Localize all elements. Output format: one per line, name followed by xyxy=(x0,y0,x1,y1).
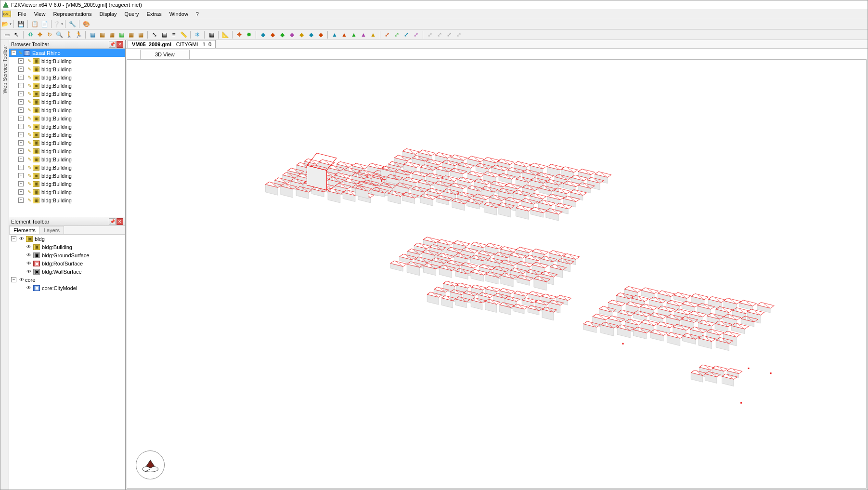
expand-icon[interactable]: + xyxy=(18,99,24,105)
tree-item-building[interactable]: +✎▣bldg:Building xyxy=(9,90,125,98)
measure-icon[interactable]: 📐 xyxy=(221,30,230,39)
collapse-icon[interactable]: − xyxy=(11,50,16,55)
nav-3-icon[interactable]: ◆ xyxy=(278,30,286,39)
box-b-icon[interactable]: ▦ xyxy=(98,30,106,39)
close-icon[interactable]: ✕ xyxy=(117,41,123,48)
document-tab[interactable]: VM05_2009.gml - CITYGML_1_0 xyxy=(128,40,216,48)
collapse-icon[interactable]: − xyxy=(11,277,16,282)
walk-icon[interactable]: 🚶 xyxy=(65,30,73,39)
menu-file[interactable]: File xyxy=(14,10,30,18)
expand-icon[interactable]: + xyxy=(18,124,24,129)
open-icon[interactable]: 📂▼ xyxy=(2,20,11,28)
box-d-icon[interactable]: ▦ xyxy=(117,30,126,39)
visibility-icon[interactable]: 👁 xyxy=(26,244,31,250)
paste-icon[interactable]: 📄 xyxy=(40,20,49,28)
visibility-icon[interactable]: 👁 xyxy=(26,252,31,258)
recycle-icon[interactable]: ♻ xyxy=(26,30,35,39)
tree-root[interactable]: −✎▥Essai Rhino xyxy=(9,49,125,57)
gray-3-icon[interactable]: ⤢ xyxy=(445,30,453,39)
zoom-icon[interactable]: 🔍 xyxy=(55,30,64,39)
element-tree[interactable]: −👁▣bldg👁▣bldg:Building👁▣bldg:GroundSurfa… xyxy=(9,235,125,490)
arrow-icon[interactable]: ↖ xyxy=(12,30,21,39)
menu-display[interactable]: Display xyxy=(96,10,121,18)
tree-item-building[interactable]: +✎▣bldg:Building xyxy=(9,122,125,131)
expand-icon[interactable]: + xyxy=(18,181,24,186)
web-service-toolbar-strip[interactable]: Web Service Toolbar xyxy=(0,40,9,490)
expand-icon[interactable]: + xyxy=(18,83,24,88)
up-1-icon[interactable]: ▲ xyxy=(330,30,339,39)
expand-icon[interactable]: + xyxy=(18,140,24,146)
exp-3-icon[interactable]: ⤢ xyxy=(402,30,411,39)
expand-icon[interactable]: + xyxy=(18,189,24,195)
tree-item-building[interactable]: +✎▣bldg:Building xyxy=(9,57,125,65)
element-tree-item[interactable]: 👁▣core:CityModel xyxy=(9,284,125,292)
element-tree-item[interactable]: 👁▣bldg:RoofSurface xyxy=(9,259,125,267)
gray-2-icon[interactable]: ⤢ xyxy=(435,30,444,39)
gray-1-icon[interactable]: ⤢ xyxy=(426,30,434,39)
cursor-frame-icon[interactable]: ▭ xyxy=(2,30,11,39)
visibility-icon[interactable]: 👁 xyxy=(19,277,24,282)
visibility-icon[interactable]: 👁 xyxy=(26,261,31,266)
grid-icon[interactable]: ▤ xyxy=(160,30,168,39)
ruler-icon[interactable]: 📏 xyxy=(179,30,188,39)
close-icon[interactable]: ✕ xyxy=(117,218,123,225)
save-icon[interactable]: 💾 xyxy=(16,20,25,28)
menu-representations[interactable]: Representations xyxy=(49,10,95,18)
wrench-icon[interactable]: 🔧 xyxy=(68,20,77,28)
expand-icon[interactable]: + xyxy=(18,91,24,96)
tab-elements[interactable]: Elements xyxy=(9,226,40,234)
box-c-icon[interactable]: ▦ xyxy=(107,30,116,39)
tree-item-building[interactable]: +✎▣bldg:Building xyxy=(9,98,125,106)
list-icon[interactable]: ≡ xyxy=(169,30,178,39)
copy-icon[interactable]: 📋 xyxy=(30,20,39,28)
tree-item-building[interactable]: +✎▣bldg:Building xyxy=(9,114,125,122)
element-tree-item[interactable]: 👁▣bldg:WallSurface xyxy=(9,267,125,276)
pan-icon[interactable]: ✥ xyxy=(36,30,44,39)
tree-item-building[interactable]: +✎▣bldg:Building xyxy=(9,188,125,196)
collapse-icon[interactable]: − xyxy=(11,236,16,241)
box-f-icon[interactable]: ▦ xyxy=(136,30,145,39)
box-e-icon[interactable]: ▦ xyxy=(127,30,135,39)
menu-extras[interactable]: Extras xyxy=(143,10,166,18)
expand-icon[interactable]: + xyxy=(18,107,24,113)
menu-window[interactable]: Window xyxy=(166,10,192,18)
nav-2-icon[interactable]: ◆ xyxy=(268,30,277,39)
target-icon[interactable]: ✹ xyxy=(245,30,253,39)
view-tab-3d[interactable]: 3D View xyxy=(140,50,190,59)
expand-icon[interactable]: + xyxy=(18,198,24,203)
expand-icon[interactable]: + xyxy=(18,132,24,137)
tree-item-building[interactable]: +✎▣bldg:Building xyxy=(9,155,125,163)
up-4-icon[interactable]: ▲ xyxy=(359,30,368,39)
nav-1-icon[interactable]: ◆ xyxy=(259,30,267,39)
nav-6-icon[interactable]: ◆ xyxy=(307,30,315,39)
expand-icon[interactable]: + xyxy=(18,75,24,80)
axis-icon[interactable]: ⤡ xyxy=(150,30,159,39)
element-tree-item[interactable]: −👁▣bldg xyxy=(9,235,125,243)
expand-icon[interactable]: + xyxy=(18,157,24,162)
up-2-icon[interactable]: ▲ xyxy=(340,30,349,39)
expand-icon[interactable]: + xyxy=(18,66,24,72)
element-tree-item[interactable]: 👁▣bldg:GroundSurface xyxy=(9,251,125,259)
help-icon[interactable]: ❔▼ xyxy=(54,20,63,28)
visibility-icon[interactable]: 👁 xyxy=(19,236,24,241)
nav-4-icon[interactable]: ◆ xyxy=(287,30,296,39)
exp-2-icon[interactable]: ⤢ xyxy=(392,30,401,39)
pin-icon[interactable]: 📌 xyxy=(109,218,116,225)
palette-icon[interactable]: 🎨 xyxy=(82,20,91,28)
exp-4-icon[interactable]: ⤢ xyxy=(412,30,420,39)
3d-viewport[interactable] xyxy=(127,59,867,489)
tree-item-building[interactable]: +✎▣bldg:Building xyxy=(9,81,125,90)
exp-1-icon[interactable]: ⤢ xyxy=(383,30,391,39)
gray-4-icon[interactable]: ⤢ xyxy=(454,30,463,39)
expand-icon[interactable]: + xyxy=(18,148,24,154)
menu-help[interactable]: ? xyxy=(192,10,203,18)
element-tree-item[interactable]: −👁core xyxy=(9,276,125,284)
menu-query[interactable]: Query xyxy=(121,10,143,18)
expand-icon[interactable]: + xyxy=(18,173,24,178)
box-a-icon[interactable]: ▦ xyxy=(88,30,97,39)
tree-item-building[interactable]: +✎▣bldg:Building xyxy=(9,172,125,180)
pin-icon[interactable]: 📌 xyxy=(109,41,116,48)
run-icon[interactable]: 🏃 xyxy=(74,30,83,39)
tree-item-building[interactable]: +✎▣bldg:Building xyxy=(9,73,125,81)
move-icon[interactable]: ✥ xyxy=(235,30,244,39)
